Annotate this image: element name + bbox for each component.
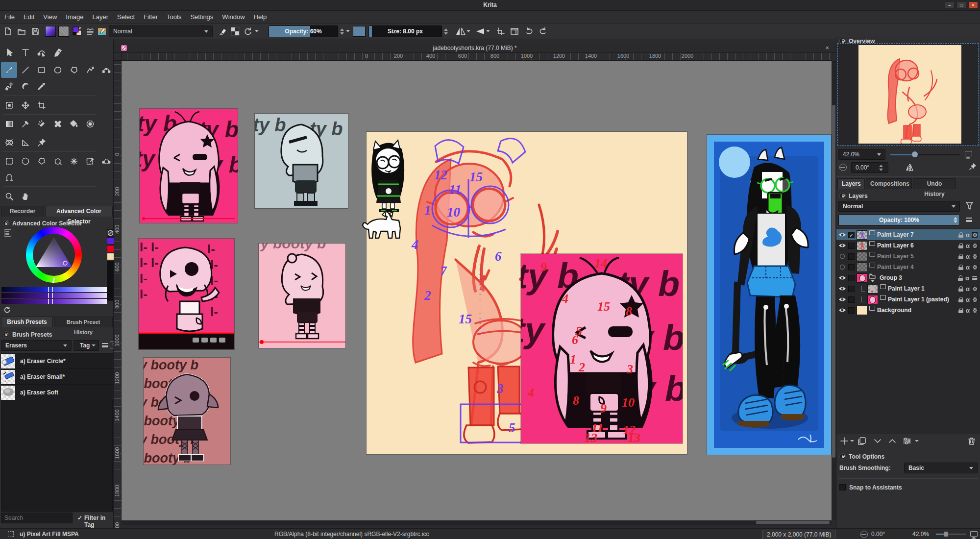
tab-advanced-color-selector[interactable]: Advanced Color Selector (45, 206, 113, 217)
layer-select-checkbox[interactable] (848, 307, 855, 314)
overview-viewport[interactable] (837, 43, 979, 146)
brush-smoothing-select[interactable]: Basic (904, 463, 978, 473)
line-tool[interactable] (17, 62, 33, 78)
measure-tool[interactable] (17, 134, 33, 150)
add-layer-button[interactable] (839, 436, 849, 446)
menu-layer[interactable]: Layer (88, 11, 113, 21)
menu-file[interactable]: File (0, 11, 19, 21)
layer-row-background[interactable]: Background α (836, 305, 980, 316)
group-pass-through-icon[interactable] (972, 276, 977, 279)
properties-dropdown-icon[interactable] (915, 440, 919, 442)
opacity-spinner[interactable] (339, 25, 345, 37)
lock-icon[interactable] (3, 331, 9, 338)
gradient-chooser[interactable] (45, 26, 56, 37)
history-swatch-red[interactable] (107, 245, 114, 252)
canvas-viewport[interactable]: ty bty b ty bty b (122, 61, 832, 520)
layer-options-menu-icon[interactable] (966, 218, 972, 222)
search-input[interactable] (1, 513, 73, 523)
rectangle-tool[interactable] (33, 62, 49, 78)
sv-triangle[interactable] (33, 234, 75, 276)
move-layer-down-button[interactable] (873, 436, 882, 446)
snap-to-assistants-checkbox[interactable] (839, 484, 846, 490)
preset-menu-icon[interactable] (102, 343, 108, 347)
color-sampler-tool[interactable] (17, 116, 33, 132)
menu-filter[interactable]: Filter (139, 11, 162, 21)
dynamic-brush-tool[interactable] (17, 78, 33, 94)
close-document-icon[interactable]: × (825, 44, 829, 51)
tag-button[interactable]: Tag (74, 340, 99, 351)
inherit-alpha-icon[interactable] (972, 286, 978, 292)
reference-image-pink-video-2[interactable]: y booty b (259, 244, 345, 348)
preset-item-eraser-small[interactable]: a) Eraser Small* (1, 369, 113, 385)
layer-filter-funnel-icon[interactable] (965, 201, 975, 211)
mirror-horizontal-icon[interactable] (455, 25, 466, 37)
color-bar-hue[interactable] (1, 287, 107, 292)
current-color-swatch[interactable] (353, 26, 366, 37)
alpha-lock-icon[interactable]: α (966, 285, 970, 293)
visibility-icon[interactable] (838, 232, 846, 238)
layer-row-paint-layer-1-pasted[interactable]: Paint Layer 1 (pasted) α (836, 294, 980, 305)
inherit-alpha-icon[interactable] (972, 254, 978, 259)
visibility-icon[interactable] (838, 286, 846, 292)
layer-row-paint-layer-7[interactable]: ✓ Paint Layer 7 α (836, 229, 980, 240)
visibility-icon[interactable] (838, 243, 846, 248)
layer-select-checkbox[interactable] (848, 253, 855, 260)
visibility-icon[interactable] (838, 275, 846, 281)
alpha-lock-icon[interactable]: α (965, 274, 969, 282)
layer-row-paint-layer-6[interactable]: Paint Layer 6 α (836, 240, 980, 251)
reload-dropdown-icon[interactable] (255, 30, 259, 32)
contiguous-selection-tool[interactable] (82, 153, 98, 169)
text-tool[interactable] (17, 44, 33, 60)
menu-select[interactable]: Select (113, 11, 139, 21)
alpha-lock-icon[interactable]: α (966, 242, 970, 249)
crop-tool[interactable] (33, 97, 49, 113)
tab-compositions[interactable]: Compositions (866, 178, 912, 189)
freehand-selection-tool[interactable] (49, 153, 66, 169)
add-layer-dropdown-icon[interactable] (850, 440, 854, 442)
visibility-icon[interactable] (838, 307, 846, 313)
filter-in-tag-check[interactable]: ✓ (77, 514, 82, 521)
brush-settings-icon[interactable] (84, 25, 96, 37)
lock-icon[interactable] (958, 286, 963, 292)
enclose-and-fill-tool[interactable] (82, 116, 98, 132)
pattern-chooser[interactable] (58, 26, 69, 37)
refresh-icon[interactable] (3, 306, 11, 315)
zoom-status[interactable]: 42.0% (912, 531, 929, 538)
open-document-icon[interactable] (16, 25, 27, 37)
menu-window[interactable]: Window (218, 11, 249, 21)
eraser-mode-icon[interactable] (217, 25, 228, 37)
preserve-alpha-icon[interactable] (229, 25, 241, 37)
layer-blend-mode-select[interactable]: Normal (838, 201, 960, 212)
inherit-alpha-icon[interactable] (972, 232, 978, 238)
save-icon[interactable] (29, 25, 41, 37)
rotation-dial-icon[interactable] (860, 531, 868, 538)
workspace-chooser-icon[interactable] (509, 25, 520, 37)
polygonal-selection-tool[interactable] (33, 153, 49, 169)
history-swatch-purple[interactable] (107, 237, 114, 245)
alpha-lock-icon[interactable]: α (966, 264, 970, 271)
menu-image[interactable]: Image (61, 11, 88, 21)
reference-image-blue-selfie[interactable] (707, 135, 831, 455)
move-tool[interactable] (17, 97, 33, 113)
gradient-tool[interactable] (1, 116, 17, 132)
move-layer-up-button[interactable] (887, 436, 897, 446)
fill-tool[interactable] (66, 116, 82, 132)
polygon-tool[interactable] (66, 62, 82, 78)
blend-mode-select[interactable]: Normal (109, 25, 213, 37)
layer-select-checkbox[interactable] (848, 243, 855, 249)
alpha-lock-icon[interactable]: α (966, 307, 970, 314)
horizontal-scrollbar[interactable] (122, 520, 832, 525)
lock-icon[interactable] (3, 220, 9, 226)
zoom-status-slider[interactable] (936, 534, 966, 535)
lock-icon[interactable] (958, 297, 963, 302)
preset-item-eraser-soft[interactable]: a) Eraser Soft (1, 385, 113, 400)
brush-size-slider[interactable]: Size: 8.00 px (368, 25, 442, 37)
alpha-lock-icon[interactable]: α (966, 296, 970, 303)
size-spinner[interactable] (443, 25, 449, 37)
monitor-icon[interactable] (965, 151, 972, 156)
reference-image-pink-chibi-large[interactable]: ty bty b ty bty b ty b (521, 254, 683, 443)
alpha-lock-icon[interactable]: α (966, 231, 970, 239)
layer-row-paint-layer-1[interactable]: Paint Layer 1 α (836, 283, 980, 294)
opacity-dropdown-icon[interactable] (346, 30, 350, 32)
lock-icon[interactable] (839, 453, 846, 460)
